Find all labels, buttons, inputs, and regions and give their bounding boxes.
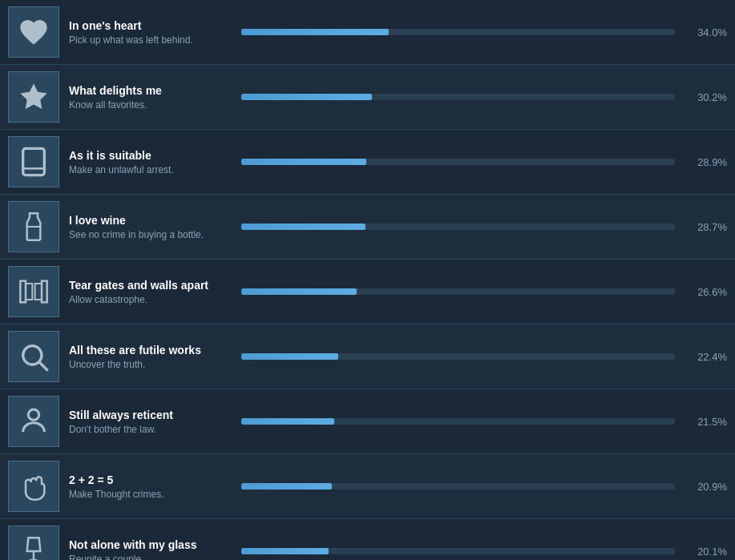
achievement-row-still-reticent[interactable]: Still always reticentDon't bother the la…: [0, 389, 735, 454]
achievement-percent-as-it-is-suitable: 28.9%: [687, 156, 727, 168]
achievement-content-still-reticent: Still always reticentDon't bother the la…: [69, 409, 727, 435]
achievement-bar-fill-2-plus-2: [241, 483, 332, 489]
achievement-percent-i-love-wine: 28.7%: [687, 221, 727, 233]
achievement-title-as-it-is-suitable: As it is suitable: [69, 149, 221, 162]
achievement-list: In one's heartPick up what was left behi…: [0, 0, 735, 560]
achievement-desc-not-alone: Reunite a couple.: [69, 554, 221, 561]
achievement-content-tear-gates: Tear gates and walls apartAllow catastro…: [69, 279, 727, 305]
achievement-icon-tear-gates: [8, 266, 59, 317]
achievement-bar-fill-in-ones-heart: [241, 29, 389, 35]
achievement-icon-as-it-is-suitable: [8, 136, 59, 187]
achievement-title-futile-works: All these are futile works: [69, 344, 221, 357]
achievement-percent-tear-gates: 26.6%: [687, 286, 727, 298]
achievement-desc-still-reticent: Don't bother the law.: [69, 424, 221, 435]
achievement-bar-fill-as-it-is-suitable: [241, 159, 366, 165]
achievement-row-in-ones-heart[interactable]: In one's heartPick up what was left behi…: [0, 0, 735, 65]
achievement-row-2-plus-2[interactable]: 2 + 2 = 5Make Thought crimes.20.9%: [0, 454, 735, 519]
achievement-bar-in-ones-heart: [241, 29, 675, 35]
achievement-content-as-it-is-suitable: As it is suitableMake an unlawful arrest…: [69, 149, 727, 175]
achievement-content-i-love-wine: I love wineSee no crime in buying a bott…: [69, 214, 727, 240]
achievement-bar-still-reticent: [241, 418, 675, 425]
achievement-title-not-alone: Not alone with my glass: [69, 538, 221, 551]
achievement-percent-futile-works: 22.4%: [687, 351, 727, 363]
achievement-title-still-reticent: Still always reticent: [69, 409, 221, 421]
achievement-content-futile-works: All these are futile worksUncover the tr…: [69, 344, 727, 370]
achievement-title-tear-gates: Tear gates and walls apart: [69, 279, 221, 292]
achievement-bar-what-delights-me: [241, 94, 675, 100]
achievement-title-in-ones-heart: In one's heart: [69, 19, 221, 32]
achievement-icon-not-alone: [8, 526, 59, 560]
achievement-icon-in-ones-heart: [8, 6, 59, 58]
achievement-bar-i-love-wine: [241, 224, 675, 230]
achievement-percent-in-ones-heart: 34.0%: [687, 26, 727, 38]
achievement-title-what-delights-me: What delights me: [69, 84, 221, 97]
achievement-desc-what-delights-me: Know all favorites.: [69, 99, 221, 111]
achievement-title-2-plus-2: 2 + 2 = 5: [69, 473, 221, 486]
achievement-bar-fill-still-reticent: [241, 418, 334, 425]
achievement-icon-2-plus-2: [8, 461, 59, 512]
svg-rect-4: [42, 281, 47, 303]
achievement-percent-still-reticent: 21.5%: [687, 416, 727, 428]
achievement-row-not-alone[interactable]: Not alone with my glassReunite a couple.…: [0, 519, 735, 560]
achievement-bar-fill-tear-gates: [241, 288, 357, 295]
achievement-content-not-alone: Not alone with my glassReunite a couple.…: [69, 538, 727, 561]
achievement-bar-as-it-is-suitable: [241, 159, 675, 165]
achievement-percent-not-alone: 20.1%: [687, 546, 727, 558]
achievement-bar-fill-not-alone: [241, 548, 329, 554]
svg-rect-0: [23, 148, 45, 175]
achievement-bar-tear-gates: [241, 288, 675, 295]
achievement-row-tear-gates[interactable]: Tear gates and walls apartAllow catastro…: [0, 260, 735, 324]
achievement-percent-what-delights-me: 30.2%: [687, 91, 727, 103]
achievement-bar-not-alone: [241, 548, 675, 554]
achievement-desc-2-plus-2: Make Thought crimes.: [69, 489, 221, 500]
svg-point-9: [28, 409, 38, 420]
achievement-row-what-delights-me[interactable]: What delights meKnow all favorites.30.2%: [0, 65, 735, 130]
achievement-desc-i-love-wine: See no crime in buying a bottle.: [69, 229, 221, 240]
achievement-icon-futile-works: [8, 331, 59, 382]
achievement-desc-futile-works: Uncover the truth.: [69, 359, 221, 370]
achievement-bar-fill-futile-works: [241, 353, 338, 360]
achievement-bar-fill-what-delights-me: [241, 94, 372, 100]
achievement-row-futile-works[interactable]: All these are futile worksUncover the tr…: [0, 324, 735, 389]
achievement-icon-i-love-wine: [8, 201, 59, 252]
achievement-bar-futile-works: [241, 353, 675, 360]
achievement-content-what-delights-me: What delights meKnow all favorites.30.2%: [69, 84, 727, 111]
achievement-row-as-it-is-suitable[interactable]: As it is suitableMake an unlawful arrest…: [0, 130, 735, 195]
achievement-content-in-ones-heart: In one's heartPick up what was left behi…: [69, 19, 727, 46]
svg-line-8: [40, 363, 47, 370]
achievement-desc-as-it-is-suitable: Make an unlawful arrest.: [69, 164, 221, 175]
achievement-row-i-love-wine[interactable]: I love wineSee no crime in buying a bott…: [0, 195, 735, 260]
achievement-desc-tear-gates: Allow catastrophe.: [69, 294, 221, 305]
achievement-content-2-plus-2: 2 + 2 = 5Make Thought crimes.20.9%: [69, 473, 727, 500]
achievement-icon-what-delights-me: [8, 71, 59, 123]
achievement-title-i-love-wine: I love wine: [69, 214, 221, 227]
achievement-percent-2-plus-2: 20.9%: [687, 481, 727, 493]
achievement-icon-still-reticent: [8, 396, 59, 447]
achievement-desc-in-ones-heart: Pick up what was left behind.: [69, 34, 221, 46]
achievement-bar-fill-i-love-wine: [241, 224, 365, 230]
achievement-bar-2-plus-2: [241, 483, 675, 489]
